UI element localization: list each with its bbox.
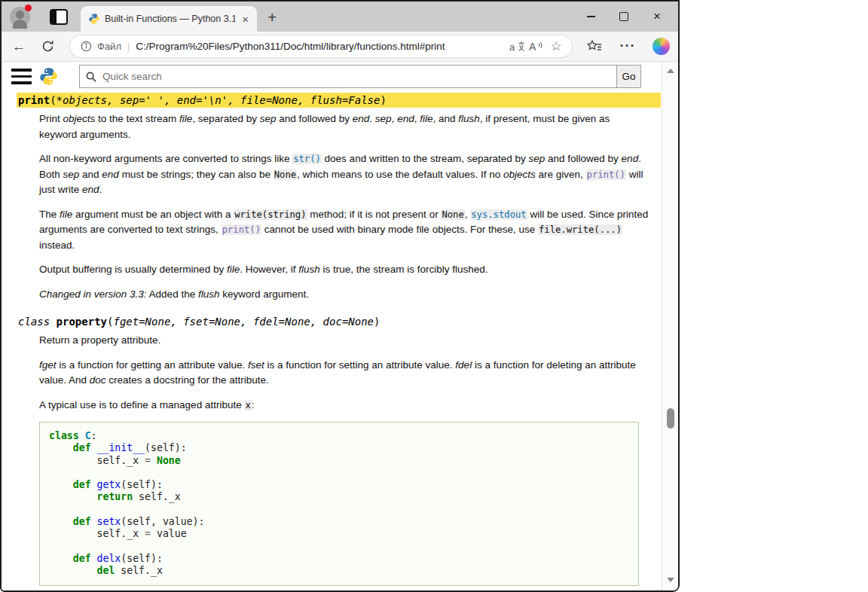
text-segment — [49, 491, 97, 502]
scroll-down-arrow-icon[interactable] — [667, 578, 674, 582]
code-line: return self._x — [49, 491, 629, 503]
notification-dot — [25, 5, 32, 11]
text-segment — [91, 516, 97, 527]
text-segment: must be strings; they can also be — [119, 169, 274, 180]
text-segment: (self): — [145, 442, 187, 453]
text-segment: getx — [97, 479, 121, 490]
text-segment — [49, 442, 73, 453]
text-segment: and followed by — [276, 113, 352, 124]
star-glyph: ☆ — [550, 38, 561, 54]
text-segment: __init__ — [97, 442, 145, 453]
translate-icon[interactable]: a — [507, 37, 527, 56]
code-line: self._x = None — [49, 455, 629, 467]
more-options-icon[interactable]: ··· — [616, 35, 639, 58]
page-scrollbar[interactable] — [662, 62, 678, 590]
text-segment: does and written to the stream, separate… — [322, 153, 529, 164]
text-segment: def — [73, 442, 91, 453]
text-segment — [91, 479, 97, 490]
text-segment — [91, 553, 97, 564]
code-example-block: class C: def __init__(self): self._x = N… — [39, 422, 639, 586]
search-input[interactable] — [101, 70, 616, 83]
text-segment — [91, 442, 97, 453]
minimize-button[interactable] — [574, 2, 607, 32]
avatar-body — [13, 20, 27, 29]
page-viewport: Go print(*objects, sep=' ', end='\n', fi… — [2, 62, 678, 590]
text-segment: = — [145, 455, 151, 466]
text-segment: sep — [63, 169, 80, 180]
page-info-icon[interactable] — [79, 37, 93, 56]
paragraph: The file argument must be an object with… — [39, 207, 649, 254]
address-bar[interactable]: Файл | C:/Program%20Files/Python311/Doc/… — [69, 35, 573, 58]
text-segment: fdel — [455, 359, 472, 371]
paragraph: All non-keyword arguments are converted … — [39, 151, 649, 198]
link-str[interactable]: str() — [292, 154, 322, 164]
text-segment: , — [392, 113, 398, 124]
search-box[interactable] — [79, 65, 617, 88]
text-segment — [49, 479, 73, 490]
close-window-button[interactable]: × — [640, 2, 674, 32]
python-logo-icon[interactable] — [38, 66, 59, 87]
browser-toolbar: ← Файл | C:/Program%20Files/Python311/Do… — [2, 32, 678, 62]
text-segment: None — [274, 169, 297, 180]
changed-in-version-note: Changed in version 3.3: Added the flush … — [39, 287, 649, 303]
refresh-button[interactable] — [36, 35, 59, 58]
text-segment: ( — [50, 94, 56, 106]
text-segment: end — [102, 169, 119, 180]
url-text[interactable]: C:/Program%20Files/Python311/Doc/html/li… — [136, 41, 507, 52]
link-sys-stdout[interactable]: sys.stdout — [470, 209, 527, 220]
text-segment: file — [227, 264, 240, 275]
print-definition: print(*objects, sep=' ', end='\n', file=… — [2, 93, 662, 586]
text-segment: objects — [63, 113, 96, 124]
copilot-icon[interactable] — [649, 35, 672, 58]
text-segment: are given, — [536, 169, 586, 180]
new-tab-button[interactable]: + — [267, 9, 277, 25]
text-segment: , which means to use the default values.… — [297, 169, 503, 180]
text-segment: All non-keyword arguments are converted … — [39, 153, 292, 164]
text-segment: and — [79, 169, 102, 180]
code-line — [49, 467, 629, 479]
text-segment: Return a property attribute. — [39, 334, 160, 346]
minimize-icon — [587, 16, 595, 17]
search-icon — [86, 72, 96, 82]
code-line: self._x = value — [49, 528, 629, 540]
text-segment: = — [145, 528, 151, 539]
back-button[interactable]: ← — [8, 35, 30, 58]
text-segment — [49, 565, 97, 576]
text-segment: (self): — [121, 553, 163, 564]
text-segment: ) — [374, 316, 380, 328]
browser-tab[interactable]: Built-in Functions — Python 3.11. × — [81, 6, 257, 32]
text-segment: and followed by — [545, 153, 621, 164]
search-go-button[interactable]: Go — [617, 65, 641, 88]
maximize-button[interactable] — [607, 2, 640, 32]
link-print[interactable]: print() — [222, 224, 261, 235]
text-segment: def — [73, 479, 91, 490]
read-aloud-icon[interactable]: A — [527, 37, 546, 56]
print-signature: print(*objects, sep=' ', end='\n', file=… — [17, 93, 661, 108]
text-segment: Added the — [147, 288, 198, 300]
ellipsis-glyph: ··· — [620, 38, 636, 54]
text-segment: , separated by — [192, 113, 259, 124]
text-segment: . However, if — [240, 264, 298, 275]
collections-icon[interactable] — [583, 35, 606, 58]
text-segment: end — [622, 153, 639, 164]
property-signature: class property(fget=None, fset=None, fde… — [17, 314, 662, 329]
text-segment: delx — [97, 553, 121, 564]
workspaces-icon[interactable] — [50, 9, 68, 25]
text-segment: ) — [380, 94, 386, 106]
scroll-up-arrow-icon[interactable] — [667, 69, 674, 73]
hamburger-menu-icon[interactable] — [11, 69, 32, 84]
text-segment: end — [353, 113, 370, 124]
hamburger-bar — [11, 69, 32, 72]
copilot-logo — [653, 38, 670, 55]
favorite-star-icon[interactable]: ☆ — [546, 37, 566, 56]
profile-avatar[interactable] — [10, 7, 30, 27]
text-segment: del — [97, 565, 115, 576]
scrollbar-thumb[interactable] — [667, 408, 674, 429]
text-segment: x — [244, 400, 251, 410]
close-tab-icon[interactable]: × — [240, 14, 251, 25]
link-print[interactable]: print() — [586, 169, 626, 180]
text-segment: sep — [375, 113, 392, 124]
url-separator: | — [127, 41, 130, 52]
text-segment: *objects, sep=' ', end='\n', file=None, … — [57, 94, 381, 106]
code-line — [49, 504, 629, 516]
